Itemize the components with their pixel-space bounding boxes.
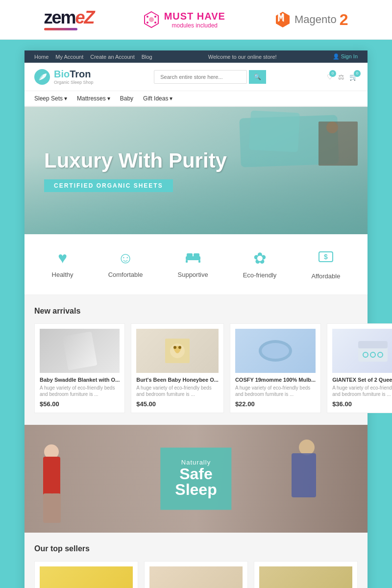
zemes-part1: zem	[44, 7, 75, 27]
new-arrivals-section: New arrivals Baby Swaddle Blanket with O…	[24, 295, 368, 425]
safe-sleep-safe: Safe	[175, 466, 217, 482]
product-price: $45.00	[136, 400, 219, 408]
product-card: COSFY 19momme 100% Mulb... A huge variet…	[230, 323, 321, 413]
svg-point-4	[147, 22, 148, 24]
magento-icon	[274, 11, 292, 28]
feature-eco-label: Eco-friendly	[243, 271, 277, 279]
dropdown-chevron: ▾	[107, 95, 110, 102]
hero-badge: CERTIFIED ORGANIC SHEETS	[44, 179, 173, 192]
wishlist-icon[interactable]: ♡ 0	[327, 73, 333, 81]
product-price: $36.00	[332, 400, 392, 408]
feature-comfortable: ☺ Comfortable	[108, 249, 143, 280]
dollar-icon: $	[318, 249, 334, 269]
top-sellers-title: Our top sellers	[34, 544, 358, 553]
top-seller-card	[254, 561, 358, 588]
feature-healthy-label: Healthy	[52, 271, 74, 278]
hero-banner: Luxury With Purity CERTIFIED ORGANIC SHE…	[24, 107, 368, 234]
product-desc: A huge variety of eco-friendly beds and …	[136, 385, 219, 397]
duvet-image	[356, 336, 390, 366]
pillow-image	[257, 338, 294, 365]
product-image	[136, 329, 219, 373]
mainnav-items: Sleep Sets ▾ Mattresses ▾ Baby Gift Idea…	[34, 95, 172, 102]
product-card: Baby Swaddle Blanket with O... A huge va…	[34, 323, 125, 413]
svg-rect-16	[73, 336, 77, 339]
nav-baby[interactable]: Baby	[120, 95, 133, 102]
store-header: BioTron Organic Sleep Shop 🔍 ♡ 0 ⚖ 🛒 0	[24, 63, 368, 91]
svg-rect-7	[186, 256, 200, 260]
safe-sleep-sleep: Sleep	[175, 482, 217, 497]
svg-point-22	[178, 346, 181, 349]
user-icon: 👤	[333, 53, 340, 59]
welcome-text: Welcome to our online store!	[208, 54, 277, 60]
svg-point-1	[149, 17, 154, 22]
feature-affordable-label: Affordable	[311, 272, 340, 280]
nav-account[interactable]: My Account	[55, 54, 83, 60]
bio-leaf-icon	[37, 72, 48, 82]
dropdown-chevron: ▾	[170, 95, 172, 102]
products-grid: Baby Swaddle Blanket with O... A huge va…	[34, 323, 358, 413]
topnav-links: Home My Account Create an Account Blog	[34, 54, 152, 60]
musthave-logo: MUST HAVE modules included	[143, 11, 225, 29]
search-button[interactable]: 🔍	[249, 70, 266, 84]
top-spacer	[0, 40, 392, 50]
signin-link[interactable]: 👤 Sign In	[333, 53, 358, 60]
store-wrapper: Home My Account Create an Account Blog W…	[24, 50, 368, 588]
musthave-title: MUST HAVE	[164, 11, 225, 22]
nav-blog[interactable]: Blog	[142, 54, 152, 60]
dropdown-chevron: ▾	[64, 95, 67, 102]
top-sellers-section: Our top sellers	[24, 533, 368, 588]
product-name: Burt's Been Baby Honeybee O...	[136, 377, 219, 383]
product-desc: A huge variety of eco-friendly beds and …	[235, 385, 316, 397]
svg-point-3	[154, 16, 156, 18]
svg-rect-15	[70, 338, 90, 343]
svg-point-5	[154, 22, 156, 24]
nav-home[interactable]: Home	[34, 54, 49, 60]
feature-supportive-label: Supportive	[178, 271, 208, 278]
feature-comfortable-label: Comfortable	[108, 271, 143, 278]
logo-icon	[34, 69, 50, 85]
feature-healthy: ♥ Healthy	[52, 249, 74, 280]
safe-sleep-banner: Naturally Safe Sleep	[24, 425, 368, 533]
top-seller-image	[259, 566, 352, 588]
person-right	[279, 440, 338, 528]
cart-icon[interactable]: 🛒 0	[349, 73, 358, 81]
smile-icon: ☺	[118, 249, 134, 267]
new-arrivals-title: New arrivals	[34, 307, 358, 316]
magento-version: 2	[340, 11, 348, 29]
product-name: Baby Swaddle Blanket with O...	[40, 377, 120, 383]
feature-affordable: $ Affordable	[311, 249, 340, 280]
product-card: Burt's Been Baby Honeybee O... A huge va…	[131, 323, 224, 413]
top-sellers-products	[34, 561, 358, 588]
nav-sleep-sets[interactable]: Sleep Sets ▾	[34, 95, 67, 102]
product-image	[332, 329, 392, 373]
product-name: COSFY 19momme 100% Mulb...	[235, 377, 316, 383]
musthave-icon	[143, 11, 160, 28]
nav-create-account[interactable]: Create an Account	[90, 54, 135, 60]
top-seller-image	[149, 566, 243, 588]
svg-point-24	[262, 343, 289, 359]
compare-icon[interactable]: ⚖	[338, 73, 344, 81]
svg-point-21	[173, 346, 176, 349]
svg-rect-10	[186, 260, 188, 263]
bed-support-icon	[185, 249, 201, 263]
top-seller-card	[144, 561, 248, 588]
magento-logo: Magento 2	[274, 11, 348, 29]
product-name: GIANTEX Set of 2 Queen Bam...	[332, 377, 392, 383]
nav-mattresses[interactable]: Mattresses ▾	[77, 95, 110, 102]
product-desc: A huge variety of eco-friendly beds and …	[332, 385, 392, 397]
honeybee-image	[163, 334, 192, 368]
search-input[interactable]	[154, 70, 247, 84]
svg-point-2	[147, 16, 148, 18]
product-card: GIANTEX Set of 2 Queen Bam... A huge var…	[327, 323, 392, 413]
zemes-part2: eZ	[75, 7, 94, 27]
zemes-logo: zemeZ	[44, 9, 94, 30]
magento-text: Magento	[294, 13, 337, 26]
nav-gift-ideas[interactable]: Gift Ideas ▾	[143, 95, 172, 102]
musthave-subtitle: modules included	[164, 22, 225, 29]
top-seller-image	[40, 566, 133, 588]
heart-icon: ♥	[58, 249, 67, 267]
hero-title: Luxury With Purity	[44, 149, 227, 172]
feature-eco-friendly: ✿ Eco-friendly	[243, 249, 277, 280]
blanket-image	[63, 334, 97, 368]
logo-tagline: Organic Sleep Shop	[54, 80, 94, 85]
